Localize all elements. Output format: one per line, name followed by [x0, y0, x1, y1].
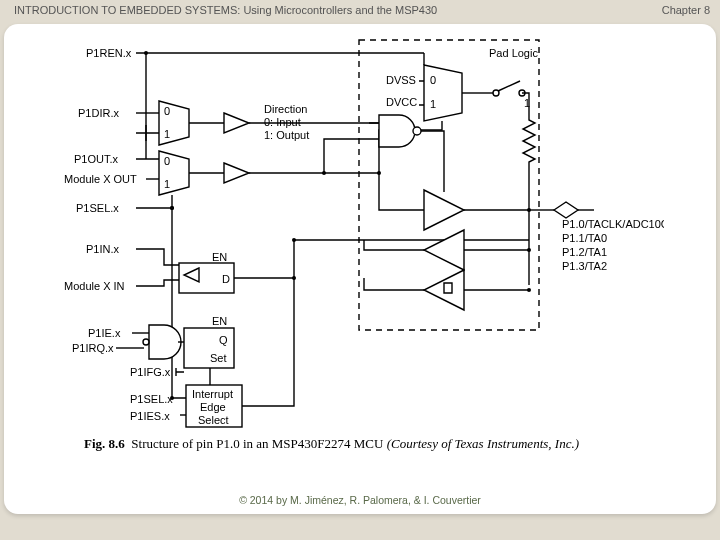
figure-text: Structure of pin P1.0 in an MSP430F2274 …	[131, 436, 383, 451]
chapter-label: Chapter 8	[662, 4, 710, 16]
svg-text:1: 1	[164, 128, 170, 140]
figure-number: Fig. 8.6	[84, 436, 125, 451]
svg-point-37	[527, 248, 531, 252]
pin-3: P1.3/TA2	[562, 260, 607, 272]
svg-point-20	[143, 339, 149, 345]
pad-logic-label: Pad Logic	[489, 47, 538, 59]
svg-text:Direction: Direction	[264, 103, 307, 115]
svg-text:Set: Set	[210, 352, 227, 364]
circuit-diagram: Pad Logic P1REN.x P1DIR.x P1OUT.x Module…	[64, 30, 664, 460]
svg-text:Edge: Edge	[200, 401, 226, 413]
svg-point-11	[170, 396, 174, 400]
svg-text:EN: EN	[212, 251, 227, 263]
copyright: © 2014 by M. Jiménez, R. Palomera, & I. …	[4, 494, 716, 506]
svg-point-10	[170, 206, 174, 210]
figure-card: Pad Logic P1REN.x P1DIR.x P1OUT.x Module…	[4, 24, 716, 514]
svg-text:0: Input: 0: Input	[264, 116, 301, 128]
svg-text:EN: EN	[212, 315, 227, 327]
pin-2: P1.2/TA1	[562, 246, 607, 258]
svg-text:Q: Q	[219, 334, 228, 346]
svg-text:Select: Select	[198, 414, 229, 426]
sig-ifg: P1IFG.x	[130, 366, 171, 378]
svg-text:DVCC: DVCC	[386, 96, 417, 108]
sig-irq: P1IRQ.x	[72, 342, 114, 354]
svg-text:0: 0	[164, 105, 170, 117]
book-title: INTRODUCTION TO EMBEDDED SYSTEMS: Using …	[14, 4, 437, 16]
sig-ren: P1REN.x	[86, 47, 132, 59]
sig-modin: Module X IN	[64, 280, 125, 292]
pin-0: P1.0/TACLK/ADC10CLK	[562, 218, 664, 230]
sig-ies: P1IES.x	[130, 410, 170, 422]
pin-1: P1.1/TA0	[562, 232, 607, 244]
svg-point-38	[527, 288, 531, 292]
svg-text:1: 1	[430, 98, 436, 110]
svg-point-8	[144, 51, 148, 55]
svg-point-34	[413, 127, 421, 135]
svg-text:0: 0	[164, 155, 170, 167]
svg-point-25	[292, 276, 296, 280]
svg-text:1: Output: 1: Output	[264, 129, 309, 141]
sig-ie: P1IE.x	[88, 327, 121, 339]
sig-out: P1OUT.x	[74, 153, 119, 165]
svg-text:0: 0	[430, 74, 436, 86]
svg-text:D: D	[222, 273, 230, 285]
svg-text:Interrupt: Interrupt	[192, 388, 233, 400]
svg-text:DVSS: DVSS	[386, 74, 416, 86]
sig-modout: Module X OUT	[64, 173, 137, 185]
sig-dir: P1DIR.x	[78, 107, 119, 119]
svg-point-15	[292, 238, 296, 242]
sig-sel2: P1SEL.x	[130, 393, 173, 405]
sig-sel: P1SEL.x	[76, 202, 119, 214]
svg-text:1: 1	[164, 178, 170, 190]
figure-caption: Fig. 8.6 Structure of pin P1.0 in an MSP…	[84, 436, 684, 452]
sig-in: P1IN.x	[86, 243, 120, 255]
figure-courtesy: (Courtesy of Texas Instruments, Inc.)	[387, 436, 579, 451]
svg-point-35	[322, 171, 326, 175]
